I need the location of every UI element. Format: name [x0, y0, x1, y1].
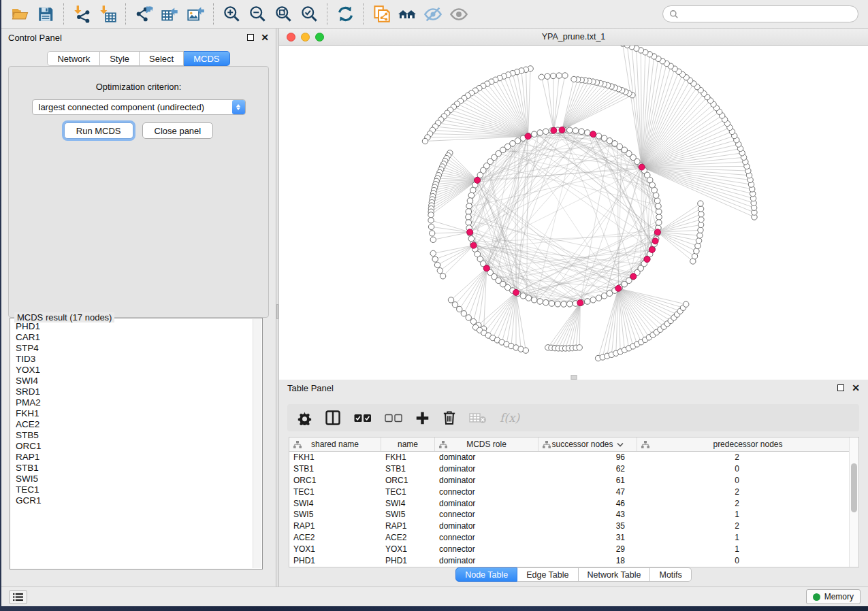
network-canvas[interactable] — [279, 46, 868, 380]
network-graph[interactable] — [279, 46, 868, 380]
close-table-panel-icon[interactable]: ✕ — [852, 384, 860, 391]
memory-button[interactable]: Memory — [806, 589, 861, 604]
table-cell[interactable]: 2 — [637, 486, 752, 497]
table-row[interactable]: SWI4SWI4dominator462 — [289, 497, 858, 509]
table-cell[interactable]: 46 — [539, 497, 637, 509]
table-scrollbar[interactable] — [849, 437, 858, 567]
close-panel-button[interactable]: Close panel — [142, 122, 214, 139]
table-row[interactable]: FKH1FKH1dominator962 — [289, 452, 858, 463]
column-header-shared-name[interactable]: shared name — [289, 437, 381, 451]
table-cell[interactable]: SWI5 — [381, 509, 435, 521]
splitter-handle[interactable] — [276, 304, 278, 319]
mcds-result-item[interactable]: SRD1 — [16, 386, 253, 397]
table-cell[interactable]: 1 — [637, 543, 752, 555]
open-folder-icon[interactable] — [7, 2, 33, 27]
search-field[interactable] — [662, 5, 858, 22]
table-cell[interactable]: STB1 — [289, 463, 381, 475]
table-cell[interactable]: 0 — [637, 463, 752, 475]
table-cell[interactable]: 1 — [637, 532, 752, 544]
table-cell[interactable]: 47 — [539, 486, 637, 497]
hide-selected-icon[interactable] — [420, 2, 446, 27]
zoom-selected-icon[interactable] — [296, 2, 322, 27]
mcds-result-item[interactable]: PMA2 — [16, 397, 253, 408]
mcds-result-item[interactable]: SWI5 — [16, 474, 253, 484]
table-cell[interactable]: RAP1 — [381, 521, 435, 532]
table-cell[interactable]: dominator — [435, 452, 539, 463]
mcds-result-item[interactable]: ACE2 — [16, 419, 253, 430]
tab-network[interactable]: Network — [47, 51, 100, 66]
export-network-icon[interactable] — [131, 2, 157, 27]
table-cell[interactable]: 18 — [539, 555, 637, 566]
table-cell[interactable]: 1 — [637, 509, 752, 521]
mcds-result-item[interactable]: YOX1 — [16, 365, 253, 376]
table-row[interactable]: RAP1RAP1dominator352 — [289, 521, 858, 532]
gear-icon[interactable] — [298, 411, 312, 425]
table-cell[interactable]: TEC1 — [289, 486, 381, 497]
export-table-icon[interactable] — [157, 2, 182, 27]
column-header-predecessor-nodes[interactable]: predecessor nodes — [637, 437, 858, 451]
mcds-result-item[interactable]: ORC1 — [16, 441, 253, 452]
table-cell[interactable]: SWI4 — [381, 497, 435, 509]
table-cell[interactable]: FKH1 — [289, 452, 381, 463]
split-columns-icon[interactable] — [325, 410, 341, 426]
tab-node-table[interactable]: Node Table — [455, 567, 517, 582]
mcds-result-item[interactable]: STP4 — [16, 343, 253, 354]
table-cell[interactable]: SWI5 — [289, 509, 381, 521]
task-history-button[interactable] — [9, 590, 27, 604]
table-cell[interactable]: 31 — [539, 532, 637, 544]
table-scrollbar-thumb[interactable] — [851, 463, 857, 512]
table-row[interactable]: YOX1YOX1connector291 — [289, 543, 858, 555]
mcds-result-item[interactable]: TID3 — [16, 354, 253, 365]
deselect-all-checks-icon[interactable] — [385, 414, 402, 423]
table-cell[interactable]: 96 — [539, 452, 637, 463]
mcds-result-item[interactable]: PHD1 — [16, 321, 253, 332]
table-cell[interactable]: TEC1 — [381, 486, 435, 497]
mcds-result-item[interactable]: CAR1 — [16, 332, 253, 343]
table-cell[interactable]: dominator — [435, 497, 539, 509]
column-header-name[interactable]: name — [381, 437, 435, 451]
table-cell[interactable]: YOX1 — [381, 543, 435, 555]
table-cell[interactable]: connector — [435, 543, 539, 555]
table-cell[interactable]: dominator — [435, 555, 539, 566]
table-row[interactable]: PHD1PHD1dominator180 — [289, 555, 858, 566]
table-cell[interactable]: dominator — [435, 475, 539, 486]
table-cell[interactable]: 43 — [539, 509, 637, 521]
mcds-result-item[interactable]: FKH1 — [16, 408, 253, 419]
tab-edge-table[interactable]: Edge Table — [517, 567, 578, 582]
delete-table-icon[interactable] — [469, 412, 487, 424]
table-cell[interactable]: connector — [435, 486, 539, 497]
tab-select[interactable]: Select — [140, 51, 184, 66]
tab-network-table[interactable]: Network Table — [579, 567, 651, 582]
mcds-result-item[interactable]: RAP1 — [16, 452, 253, 463]
delete-icon[interactable] — [443, 410, 456, 425]
table-cell[interactable]: RAP1 — [289, 521, 381, 532]
float-table-panel-icon[interactable] — [837, 384, 844, 391]
column-header-MCDS-role[interactable]: MCDS role — [435, 437, 539, 451]
table-cell[interactable]: 2 — [637, 452, 752, 463]
table-cell[interactable]: 0 — [637, 475, 752, 486]
table-cell[interactable]: 2 — [637, 497, 752, 509]
table-cell[interactable]: connector — [435, 509, 539, 521]
mcds-result-item[interactable]: STB1 — [16, 463, 253, 474]
mcds-result-item[interactable]: GCR1 — [16, 495, 253, 506]
table-row[interactable]: TEC1TEC1connector472 — [289, 486, 858, 497]
table-cell[interactable]: SWI4 — [289, 497, 381, 509]
tab-mcds[interactable]: MCDS — [184, 51, 229, 66]
export-image-icon[interactable] — [182, 2, 208, 27]
table-cell[interactable]: ACE2 — [381, 532, 435, 544]
table-cell[interactable]: FKH1 — [381, 452, 435, 463]
table-row[interactable]: SWI5SWI5connector431 — [289, 509, 858, 521]
houses-icon[interactable] — [394, 2, 420, 27]
import-table-icon[interactable] — [95, 2, 120, 27]
table-cell[interactable]: YOX1 — [289, 543, 381, 555]
duplicate-network-icon[interactable] — [368, 2, 394, 27]
table-cell[interactable]: ORC1 — [381, 475, 435, 486]
mcds-result-item[interactable]: STB5 — [16, 430, 253, 441]
mcds-result-item[interactable]: TEC1 — [16, 484, 253, 495]
table-cell[interactable]: 29 — [539, 543, 637, 555]
table-cell[interactable]: dominator — [435, 463, 539, 475]
horizontal-splitter-handle[interactable] — [570, 375, 577, 380]
zoom-out-icon[interactable] — [244, 2, 270, 27]
table-cell[interactable]: PHD1 — [381, 555, 435, 566]
column-header-successor-nodes[interactable]: successor nodes — [539, 437, 637, 451]
